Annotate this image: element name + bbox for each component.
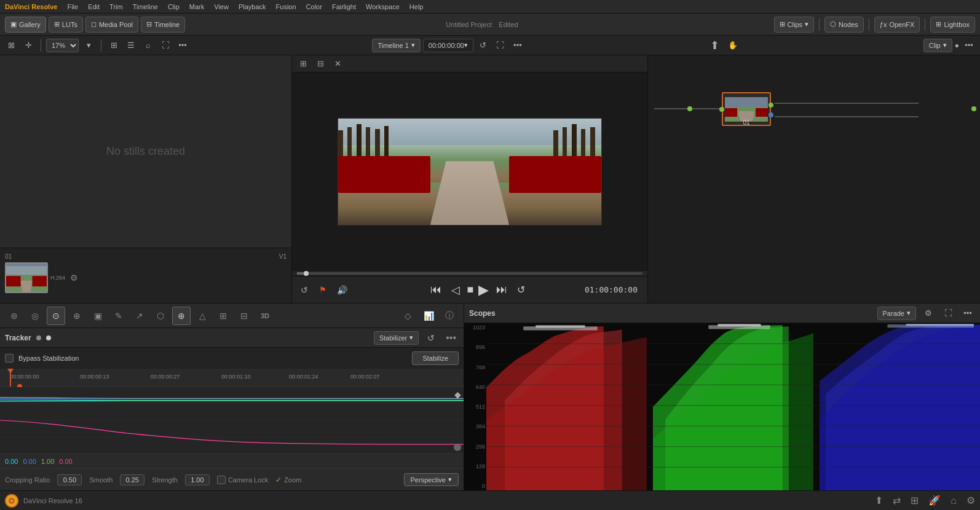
menu-playback[interactable]: Playback [239,3,266,10]
cursor-tool[interactable]: ⬆ [707,38,722,53]
tracker-tools-row: ⊛ ◎ ⊙ ⊕ ▣ ✎ ↗ ⬡ ⊕ △ ⊞ ⊟ 3D ◇ 📊 ⓘ [0,304,464,328]
more-options-right[interactable]: ••• [510,38,525,53]
parade-button[interactable]: Parade ▾ [877,307,916,320]
flag-btn[interactable]: ⚑ [315,283,330,297]
grid-view[interactable]: ⊞ [106,38,121,53]
gallery-icon: ▣ [10,20,17,28]
status-home-btn[interactable]: ⌂ [950,495,957,506]
tool-magic[interactable]: ⊕ [68,307,86,325]
tracker-reset-btn[interactable]: ↺ [424,331,438,345]
transform-overlay-btn[interactable]: ✕ [330,57,345,71]
scopes-more-btn[interactable]: ••• [960,306,975,321]
menu-timeline[interactable]: Timeline [133,3,158,10]
menu-mark[interactable]: Mark [189,3,204,10]
tool-diamond[interactable]: ◇ [398,307,417,325]
hand-tool[interactable]: ✋ [725,38,741,53]
smooth-input[interactable] [120,474,144,485]
tracker-graph-svg [0,387,464,453]
strength-input[interactable] [185,474,210,485]
menu-edit[interactable]: Edit [88,3,100,10]
audio-btn[interactable]: 🔊 [334,283,350,297]
scopes-settings-btn[interactable]: ⚙ [921,306,936,321]
perspective-chevron: ▾ [448,476,452,484]
zoom-select[interactable]: 17% [46,39,79,52]
nodes-button[interactable]: ⬡ Nodes [824,17,864,33]
stabilize-button[interactable]: Stabilize [412,351,459,365]
menu-color[interactable]: Color [306,3,322,10]
zoom-options[interactable]: ▾ [81,38,96,53]
gallery-button[interactable]: ▣ Gallery [5,17,46,33]
loop-icon-btn[interactable]: ↺ [297,283,312,297]
openfx-button[interactable]: ƒx OpenFX [874,17,920,33]
status-settings-btn[interactable]: ⚙ [966,495,975,506]
progress-handle[interactable] [304,271,309,276]
menu-fusion[interactable]: Fusion [276,3,296,10]
stop-btn[interactable]: ■ [467,283,474,296]
play-btn[interactable]: ▶ [478,282,489,298]
tool-3d[interactable]: 3D [256,307,274,325]
menu-fairlight[interactable]: Fairlight [332,3,356,10]
tool-pen[interactable]: ✎ [109,307,128,325]
menu-trim[interactable]: Trim [109,3,123,10]
menu-view[interactable]: View [214,3,229,10]
tool-grid[interactable]: ⊞ [214,307,232,325]
lightbox-button[interactable]: ⊞ Lightbox [930,17,975,33]
safe-area-btn[interactable]: ⊞ [296,57,310,71]
clip-label-display[interactable]: Clip ▾ [923,39,952,52]
menu-help[interactable]: Help [409,3,424,10]
tool-arrow[interactable]: ↗ [130,307,149,325]
timeline-button[interactable]: ⊟ Timeline [141,17,185,33]
status-control-btn[interactable]: ⊞ [911,495,919,506]
preview-area[interactable] [292,73,647,271]
list-view[interactable]: ☰ [124,38,138,53]
preview-progress-bar[interactable] [297,272,642,275]
fullscreen-btn[interactable]: ⛶ [493,38,508,53]
tool-crop[interactable]: ⊟ [235,307,253,325]
repeat-btn[interactable]: ↺ [515,281,528,298]
stabilizer-label: Stabilizer [379,334,407,342]
bypass-checkbox[interactable] [5,354,14,363]
tool-target[interactable]: ⊕ [172,307,191,325]
tool-active[interactable]: ⊙ [47,307,65,325]
loop-btn[interactable]: ↺ [476,38,491,53]
clip-thumbnail[interactable] [5,262,48,293]
tool-square[interactable]: ▣ [89,307,107,325]
tracker-title: Tracker [5,334,31,342]
skip-to-start-btn[interactable]: ⏮ [428,281,444,299]
gallery-label: Gallery [19,21,41,28]
grid-overlay-btn[interactable]: ⊟ [313,57,328,71]
parade-waveform-svg [486,323,980,490]
skip-to-end-btn[interactable]: ⏭ [494,281,510,299]
more-options-left[interactable]: ••• [175,38,190,53]
tool-polygon[interactable]: ⬡ [151,307,170,325]
tool-chart[interactable]: 📊 [419,307,438,325]
tool-circle[interactable]: ◎ [26,307,44,325]
menu-file[interactable]: File [67,3,78,10]
media-pool-button[interactable]: ◻ Media Pool [85,17,138,33]
timeline-name-display[interactable]: Timeline 1 ▾ [372,39,420,52]
status-rocket-btn[interactable]: 🚀 [928,495,941,506]
stabilizer-dropdown[interactable]: Stabilizer ▾ [374,331,419,345]
menu-clip[interactable]: Clip [168,3,180,10]
perspective-button[interactable]: Perspective ▾ [404,473,459,486]
luts-button[interactable]: ⊞ LUTs [49,17,83,33]
status-upload-btn[interactable]: ⬆ [875,495,883,506]
tool-info[interactable]: ⓘ [440,307,459,325]
more-options-clip[interactable]: ••• [962,38,976,53]
transform-tool[interactable]: ⊠ [4,38,18,53]
tool-gradient[interactable]: △ [193,307,211,325]
tool-stabilize[interactable]: ⊛ [5,307,23,325]
step-back-btn[interactable]: ◁ [449,281,462,299]
clips-button[interactable]: ⊞ Clips ▾ [774,17,814,33]
expand-btn[interactable]: ⛶ [158,38,173,53]
menu-workspace[interactable]: Workspace [366,3,400,10]
search-btn[interactable]: ⌕ [141,38,156,53]
node-01[interactable]: 01 [722,92,771,126]
status-sync-btn[interactable]: ⇄ [893,495,901,506]
clip-settings-icon[interactable]: ⚙ [70,273,78,283]
tracker-more-btn[interactable]: ••• [443,332,459,343]
cropping-ratio-input[interactable] [57,474,82,485]
scopes-expand-btn[interactable]: ⛶ [941,306,955,321]
camera-lock-checkbox[interactable] [217,476,226,484]
move-tool[interactable]: ✛ [21,38,36,53]
